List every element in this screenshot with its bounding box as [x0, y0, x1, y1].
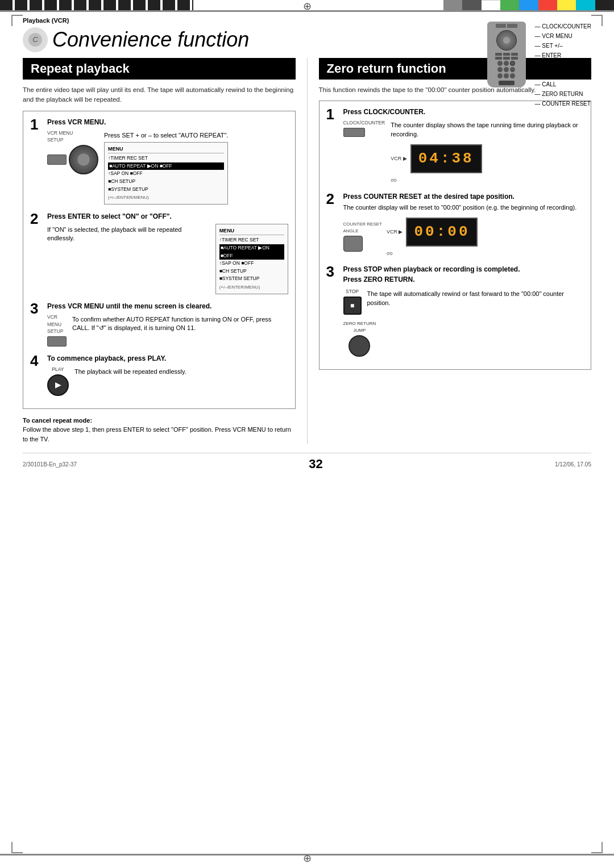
- cancel-section: To cancel repeat mode: Follow the above …: [23, 416, 296, 444]
- repeat-playback-section: Repeat playback The entire video tape wi…: [23, 58, 308, 444]
- repeat-playback-intro: The entire video tape will play until it…: [23, 85, 296, 105]
- step-2-title: Press ENTER to select "ON" or "OFF".: [47, 212, 172, 220]
- step-3-number: 3: [30, 301, 43, 316]
- cancel-title: To cancel repeat mode:: [23, 417, 92, 424]
- corner-tl: [11, 15, 23, 26]
- repeat-step-2: 2 Press ENTER to select "ON" or "OFF". I…: [30, 211, 288, 294]
- two-column-layout: Repeat playback The entire video tape wi…: [23, 58, 591, 444]
- zr-step-2: 2 Press COUNTER RESET at the desired tap…: [326, 191, 584, 258]
- zero-return-steps: 1 Press CLOCK/COUNTER. CLOCK/COUNTER The…: [319, 101, 592, 370]
- vcr-display-2: 00:00: [406, 218, 478, 247]
- zr-step-3-detail: The tape will automatically rewind or fa…: [367, 290, 584, 307]
- top-pattern-bar: [0, 0, 193, 10]
- zr-step-3-title: Press STOP when playback or recording is…: [343, 265, 520, 273]
- step-1-title: Press VCR MENU.: [47, 118, 106, 126]
- page-title: C Convenience function: [23, 27, 249, 52]
- color-white: [482, 0, 500, 10]
- vcr-menu-button: [47, 336, 67, 347]
- stop-icon: ■: [343, 297, 362, 315]
- play-icon: ▶: [47, 374, 69, 396]
- step-2-number: 2: [30, 211, 43, 226]
- zero-return-button-area: ZERO RETURN JUMP: [343, 320, 584, 357]
- step-1-menu: MENU ↑TIMER REC SET ■AUTO REPEAT ▶ON ■OF…: [104, 142, 228, 205]
- counter-reset-button: [343, 236, 363, 252]
- repeat-step-1: 1 Press VCR MENU. VCR MENU SETUP: [30, 117, 288, 205]
- cancel-text: Follow the above step 1, then press ENTE…: [23, 426, 291, 443]
- repeat-playback-steps: 1 Press VCR MENU. VCR MENU SETUP: [23, 111, 296, 409]
- zr-step-2-content: Press COUNTER RESET at the desired tape …: [343, 191, 584, 258]
- color-cyan: [576, 0, 595, 10]
- zr-display-1: VCR ▶ 04:38: [391, 142, 584, 176]
- title-icon: C: [23, 27, 48, 52]
- color-black2: [595, 0, 614, 10]
- corner-tr: [591, 15, 603, 26]
- svg-text:C: C: [32, 35, 38, 44]
- step-1-content: Press VCR MENU. VCR MENU SETUP: [47, 117, 288, 205]
- corner-br: [591, 842, 603, 853]
- zr-step-3: 3 Press STOP when playback or recording …: [326, 264, 584, 357]
- crosshair-top: ⊕: [302, 1, 312, 10]
- color-green: [500, 0, 519, 10]
- title-section: C Convenience function: [23, 27, 591, 52]
- repeat-step-4: 4 To commence playback, press PLAY. PLAY…: [30, 353, 288, 396]
- vcr-display-1: 04:38: [410, 144, 482, 173]
- remote-labels: — CLOCK/COUNTER — VCR MENU — SET +/– — E…: [535, 22, 591, 108]
- zr-step-2-detail: The counter display will be reset to "00…: [343, 203, 584, 212]
- color-dark: [462, 0, 481, 10]
- zr-step-3-number: 3: [326, 264, 339, 279]
- color-gray: [443, 0, 462, 10]
- step-2-content: Press ENTER to select "ON" or "OFF". If …: [47, 211, 288, 294]
- zero-return-section: Zero return function This function rewin…: [308, 58, 592, 444]
- repeat-step-3: 3 Press VCR MENU until the menu screen i…: [30, 301, 288, 347]
- step-1-detail: Press SET + or – to select "AUTO REPEAT"…: [104, 131, 228, 140]
- step-1-number: 1: [30, 117, 43, 132]
- stop-button-mockup: STOP ■: [343, 288, 362, 315]
- zr-step-1: 1 Press CLOCK/COUNTER. CLOCK/COUNTER The…: [326, 107, 584, 184]
- bottom-date: 1/12/06, 17.05: [555, 461, 591, 468]
- bottom-info: 2/30101B-En_p32-37 32 1/12/06, 17.05: [23, 453, 591, 471]
- step-4-title: To commence playback, press PLAY.: [47, 354, 166, 362]
- step-3-title: Press VCR MENU until the menu screen is …: [47, 302, 211, 310]
- crosshair-bottom: ⊕: [303, 852, 312, 865]
- zr-step-1-number: 1: [326, 107, 339, 122]
- zr-step-1-title: Press CLOCK/COUNTER.: [343, 108, 426, 116]
- zr-step-1-detail: The counter display shows the tape runni…: [391, 121, 584, 139]
- zr-step-3-subtitle: Press ZERO RETURN.: [343, 276, 415, 283]
- remote-diagram: — CLOCK/COUNTER — VCR MENU — SET +/– — E…: [487, 22, 591, 108]
- clock-counter-button: [343, 128, 365, 137]
- step-3-detail: To confirm whether AUTO REPEAT function …: [72, 315, 288, 333]
- zr-display-2-area: COUNTER RESET ANGLE VCR ▶ 00:00: [343, 215, 584, 258]
- step-4-number: 4: [30, 353, 43, 368]
- zr-step-2-title: Press COUNTER RESET at the desired tape …: [343, 193, 515, 201]
- zr-step-3-content: Press STOP when playback or recording is…: [343, 264, 584, 357]
- page-number: 32: [309, 457, 322, 471]
- bottom-code: 2/30101B-En_p32-37: [23, 461, 77, 468]
- zero-return-icon: [349, 335, 370, 357]
- step-4-content: To commence playback, press PLAY. PLAY ▶…: [47, 353, 288, 396]
- color-yellow: [557, 0, 576, 10]
- repeat-playback-heading: Repeat playback: [23, 58, 296, 80]
- step-4-detail: The playback will be repeated endlessly.: [74, 368, 186, 376]
- zero-return-button-mockup: ZERO RETURN JUMP: [343, 320, 376, 357]
- step-2-menu: MENU ↑TIMER REC SET ■AUTO REPEAT ▶ON ■OF…: [215, 224, 288, 294]
- color-red: [538, 0, 557, 10]
- top-color-bar: [443, 0, 614, 10]
- corner-bl: [11, 842, 23, 853]
- step-2-detail: If "ON" is selected, the playback will b…: [47, 226, 210, 243]
- play-button-mockup: PLAY ▶: [47, 366, 69, 396]
- zr-step-1-content: Press CLOCK/COUNTER. CLOCK/COUNTER The c…: [343, 107, 584, 184]
- color-blue: [519, 0, 538, 10]
- step-3-content: Press VCR MENU until the menu screen is …: [47, 301, 288, 347]
- zr-step-2-number: 2: [326, 191, 339, 206]
